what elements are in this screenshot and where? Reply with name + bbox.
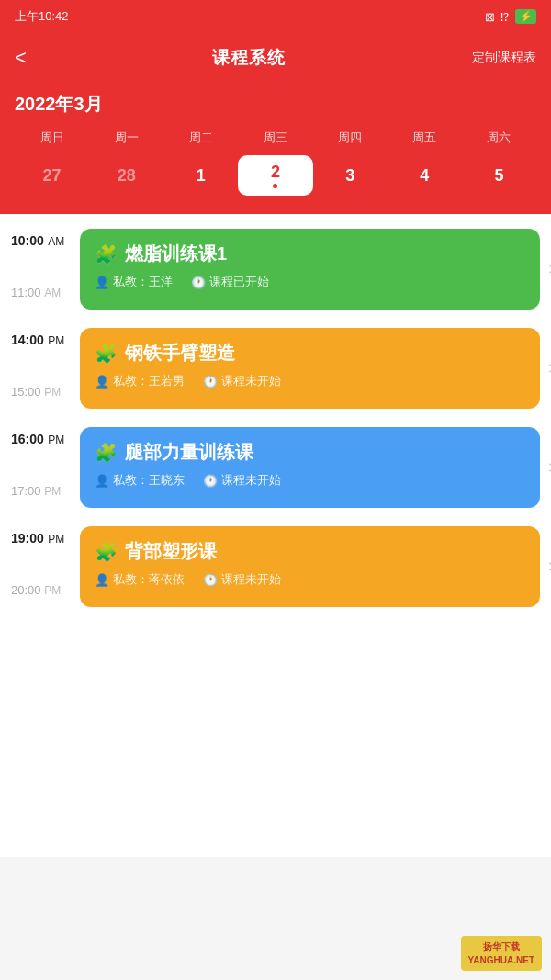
calendar-day-28[interactable]: 28 <box>89 155 163 196</box>
time-end-1: 11:00 AM <box>11 286 80 299</box>
time-start-3: 16:00 <box>11 432 44 446</box>
calendar-weekdays: 周日 周一 周二 周三 周四 周五 周六 <box>15 130 536 146</box>
selected-day-dot <box>273 184 277 188</box>
course-name-3: 🧩 腿部力量训练课 <box>95 440 525 465</box>
person-icon-1: 👤 <box>95 276 109 289</box>
trainer-4: 👤 私教：蒋依依 <box>95 571 185 588</box>
time-period-start-3: PM <box>48 434 64 446</box>
course-card-4[interactable]: 🧩 背部塑形课 👤 私教：蒋依依 🕐 课程未开始 <box>80 526 540 607</box>
time-period-start-4: PM <box>48 533 64 546</box>
wifi-icon: ⁉ <box>500 10 510 24</box>
weekday-thu: 周四 <box>313 130 388 146</box>
clock-icon-1: 🕐 <box>191 276 206 289</box>
time-end-3: 17:00 PM <box>11 484 80 498</box>
calendar-section: 2022年3月 周日 周一 周二 周三 周四 周五 周六 27 28 1 2 3… <box>0 81 551 214</box>
signal-icon: ⊠ <box>485 10 495 24</box>
calendar-day-4[interactable]: 4 <box>388 155 462 196</box>
schedule-slot-1: 10:00 AM 11:00 AM 🧩 燃脂训练课1 👤 私教：王洋 🕐 课程已… <box>11 229 540 310</box>
course-info-4: 👤 私教：蒋依依 🕐 课程未开始 <box>95 571 525 588</box>
puzzle-icon-1: 🧩 <box>95 243 118 265</box>
trainer-2: 👤 私教：王若男 <box>95 373 185 389</box>
schedule-slot-4: 19:00 PM 20:00 PM 🧩 背部塑形课 👤 私教：蒋依依 🕐 课程未… <box>11 526 540 607</box>
schedule-slot-2: 14:00 PM 15:00 PM 🧩 钢铁手臂塑造 👤 私教：王若男 🕐 课程… <box>11 328 540 409</box>
time-start-1: 10:00 <box>11 233 44 248</box>
time-end-2: 15:00 PM <box>11 385 80 399</box>
clock-icon-2: 🕐 <box>203 375 218 389</box>
status-2: 🕐 课程未开始 <box>203 373 281 389</box>
schedule-content: 10:00 AM 11:00 AM 🧩 燃脂训练课1 👤 私教：王洋 🕐 课程已… <box>0 214 551 857</box>
time-start-4: 19:00 <box>11 531 44 546</box>
time-column-4: 19:00 PM 20:00 PM <box>11 526 80 607</box>
calendar-days: 27 28 1 2 3 4 5 <box>15 155 536 196</box>
course-name-2: 🧩 钢铁手臂塑造 <box>95 341 525 366</box>
schedule-slot-3: 16:00 PM 17:00 PM 🧩 腿部力量训练课 👤 私教：王晓东 🕐 课… <box>11 427 540 508</box>
status-1: 🕐 课程已开始 <box>191 274 269 290</box>
weekday-mon: 周一 <box>89 130 163 146</box>
weekday-tue: 周二 <box>163 130 238 146</box>
puzzle-icon-4: 🧩 <box>95 541 118 563</box>
status-bar: 上午10:42 ⊠ ⁉ ⚡ <box>0 0 551 33</box>
trainer-3: 👤 私教：王晓东 <box>95 472 185 489</box>
status-icons: ⊠ ⁉ ⚡ <box>485 9 536 24</box>
status-time: 上午10:42 <box>15 8 69 25</box>
status-4: 🕐 课程未开始 <box>203 571 281 588</box>
course-name-1: 🧩 燃脂训练课1 <box>95 242 525 266</box>
weekday-sat: 周六 <box>462 130 536 146</box>
time-period-start-1: AM <box>48 235 64 248</box>
course-card-2[interactable]: 🧩 钢铁手臂塑造 👤 私教：王若男 🕐 课程未开始 <box>80 328 540 409</box>
weekday-sun: 周日 <box>15 130 89 146</box>
calendar-day-27[interactable]: 27 <box>15 155 89 196</box>
course-info-2: 👤 私教：王若男 🕐 课程未开始 <box>95 373 525 389</box>
person-icon-2: 👤 <box>95 375 109 389</box>
time-end-4: 20:00 PM <box>11 583 80 597</box>
puzzle-icon-3: 🧩 <box>95 442 118 464</box>
calendar-day-5[interactable]: 5 <box>462 155 536 196</box>
watermark: 扬华下载YANGHUA.NET <box>461 936 542 971</box>
course-card-3[interactable]: 🧩 腿部力量训练课 👤 私教：王晓东 🕐 课程未开始 <box>80 427 540 508</box>
course-name-4: 🧩 背部塑形课 <box>95 539 525 564</box>
person-icon-4: 👤 <box>95 573 109 587</box>
time-column-2: 14:00 PM 15:00 PM <box>11 328 80 409</box>
time-start-2: 14:00 <box>11 332 44 347</box>
weekday-fri: 周五 <box>388 130 462 146</box>
course-info-3: 👤 私教：王晓东 🕐 课程未开始 <box>95 472 525 489</box>
time-period-start-2: PM <box>48 334 64 347</box>
calendar-day-2[interactable]: 2 <box>238 155 312 196</box>
trainer-1: 👤 私教：王洋 <box>95 274 173 290</box>
back-button[interactable]: < <box>15 46 27 70</box>
clock-icon-3: 🕐 <box>203 474 218 488</box>
page-title: 课程系统 <box>212 46 286 70</box>
battery-icon: ⚡ <box>515 9 536 24</box>
time-column-3: 16:00 PM 17:00 PM <box>11 427 80 508</box>
time-column-1: 10:00 AM 11:00 AM <box>11 229 80 310</box>
calendar-day-1[interactable]: 1 <box>163 155 238 196</box>
course-card-1[interactable]: 🧩 燃脂训练课1 👤 私教：王洋 🕐 课程已开始 <box>80 229 540 310</box>
weekday-wed: 周三 <box>238 130 312 146</box>
customize-button[interactable]: 定制课程表 <box>472 50 536 66</box>
person-icon-3: 👤 <box>95 474 109 488</box>
course-info-1: 👤 私教：王洋 🕐 课程已开始 <box>95 274 525 290</box>
puzzle-icon-2: 🧩 <box>95 343 118 365</box>
header: < 课程系统 定制课程表 <box>0 33 551 81</box>
calendar-month: 2022年3月 <box>15 92 536 117</box>
calendar-day-3[interactable]: 3 <box>313 155 388 196</box>
status-3: 🕐 课程未开始 <box>203 472 281 489</box>
clock-icon-4: 🕐 <box>203 573 218 587</box>
